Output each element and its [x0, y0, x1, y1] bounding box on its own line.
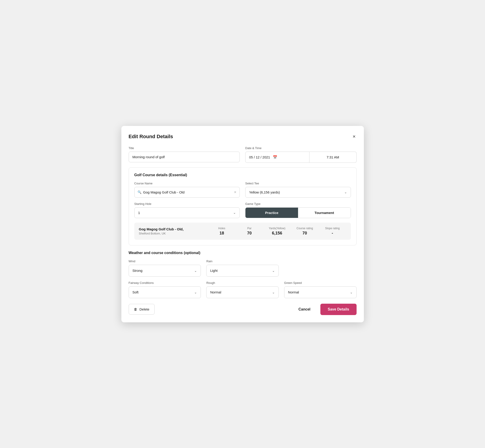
modal-header: Edit Round Details × [129, 133, 356, 140]
practice-button[interactable]: Practice [245, 208, 298, 218]
fairway-label: Fairway Conditions [129, 281, 201, 285]
slope-rating-stat: Slope rating - [319, 227, 346, 236]
course-rating-stat: Course rating 70 [291, 227, 319, 236]
slope-rating-label: Slope rating [325, 227, 340, 230]
yards-value: 6,156 [272, 231, 282, 236]
game-type-label: Game Type [245, 202, 351, 206]
rough-dropdown[interactable]: Normal ⌄ [206, 286, 279, 298]
weather-section: Weather and course conditions (optional)… [129, 251, 356, 298]
slope-rating-value: - [332, 231, 333, 236]
holes-label: Holes [218, 227, 226, 230]
wind-chevron-icon: ⌄ [194, 269, 197, 272]
time-value: 7:31 AM [326, 155, 339, 159]
rain-chevron-icon: ⌄ [272, 269, 275, 272]
hole-gametype-row: Starting Hole 1 ⌄ Game Type Practice Tou… [134, 202, 351, 218]
starting-hole-label: Starting Hole [134, 202, 240, 206]
wind-dropdown[interactable]: Strong ⌄ [129, 265, 201, 277]
wind-value: Strong [132, 269, 143, 272]
course-search-wrapper: 🔍 ✕ [134, 187, 240, 198]
starting-hole-dropdown[interactable]: 1 ⌄ [134, 207, 240, 218]
green-speed-dropdown[interactable]: Normal ⌄ [284, 286, 356, 298]
course-info-location: Shelford Bottom, UK [139, 232, 208, 235]
par-stat: Par 70 [236, 227, 263, 236]
date-time-wrapper: 05 / 12 / 2021 📅 7:31 AM [245, 152, 356, 163]
course-info-box: Gog Magog Golf Club - Old, Shelford Bott… [134, 223, 351, 240]
select-tee-dropdown[interactable]: Yellow (6,156 yards) ⌄ [245, 187, 351, 198]
course-rating-label: Course rating [297, 227, 313, 230]
search-icon: 🔍 [137, 190, 141, 194]
title-label: Title [129, 146, 240, 150]
fairway-dropdown[interactable]: Soft ⌄ [129, 286, 201, 298]
par-label: Par [247, 227, 252, 230]
trash-icon: 🗑 [134, 307, 137, 311]
holes-stat: Holes 18 [208, 227, 235, 236]
chevron-down-icon-2: ⌄ [233, 211, 236, 215]
tournament-button[interactable]: Tournament [298, 208, 351, 218]
select-tee-group: Select Tee Yellow (6,156 yards) ⌄ [245, 182, 351, 198]
golf-course-section: Golf Course details (Essential) Course N… [129, 167, 356, 245]
course-name-group: Course Name 🔍 ✕ [134, 182, 240, 198]
delete-label: Delete [140, 307, 149, 311]
starting-hole-value: 1 [138, 211, 140, 215]
select-tee-label: Select Tee [245, 182, 351, 185]
yards-label: Yards(Yellow) [269, 227, 285, 230]
green-speed-value: Normal [288, 290, 299, 294]
yards-stat: Yards(Yellow) 6,156 [263, 227, 291, 236]
rain-group: Rain Light ⌄ [206, 259, 279, 277]
footer: 🗑 Delete Cancel Save Details [129, 304, 356, 315]
course-info-name-group: Gog Magog Golf Club - Old, Shelford Bott… [139, 227, 208, 235]
course-name-input[interactable] [134, 187, 240, 198]
datetime-label: Date & Time [245, 146, 356, 150]
golf-course-title: Golf Course details (Essential) [134, 173, 351, 177]
fairway-chevron-icon: ⌄ [194, 290, 197, 294]
course-tee-row: Course Name 🔍 ✕ Select Tee Yellow (6,156… [134, 182, 351, 198]
weather-section-title: Weather and course conditions (optional) [129, 251, 356, 255]
fairway-value: Soft [132, 290, 139, 294]
rough-value: Normal [210, 290, 221, 294]
rain-value: Light [210, 269, 218, 272]
course-rating-value: 70 [302, 231, 307, 236]
clear-icon[interactable]: ✕ [234, 190, 237, 194]
calendar-icon: 📅 [273, 155, 277, 159]
conditions-row: Fairway Conditions Soft ⌄ Rough Normal ⌄… [129, 281, 356, 298]
datetime-group: Date & Time 05 / 12 / 2021 📅 7:31 AM [245, 146, 356, 163]
chevron-down-icon: ⌄ [344, 190, 347, 194]
green-speed-chevron-icon: ⌄ [350, 290, 353, 294]
time-field[interactable]: 7:31 AM [309, 152, 356, 163]
cancel-button[interactable]: Cancel [295, 305, 314, 314]
select-tee-value: Yellow (6,156 yards) [249, 190, 280, 194]
spacer [284, 259, 356, 277]
holes-value: 18 [219, 231, 224, 236]
rough-group: Rough Normal ⌄ [206, 281, 279, 298]
course-info-name: Gog Magog Golf Club - Old, [139, 227, 208, 231]
green-speed-group: Green Speed Normal ⌄ [284, 281, 356, 298]
game-type-group: Game Type Practice Tournament [245, 202, 351, 218]
date-value: 05 / 12 / 2021 [249, 155, 270, 159]
rain-dropdown[interactable]: Light ⌄ [206, 265, 279, 277]
wind-group: Wind Strong ⌄ [129, 259, 201, 277]
starting-hole-group: Starting Hole 1 ⌄ [134, 202, 240, 218]
footer-right: Cancel Save Details [295, 304, 356, 315]
delete-button[interactable]: 🗑 Delete [129, 304, 155, 315]
game-type-toggle: Practice Tournament [245, 207, 351, 218]
rain-label: Rain [206, 259, 279, 263]
wind-label: Wind [129, 259, 201, 263]
title-input[interactable] [129, 152, 240, 162]
title-group: Title [129, 146, 240, 163]
title-datetime-row: Title Date & Time 05 / 12 / 2021 📅 7:31 … [129, 146, 356, 163]
close-button[interactable]: × [352, 133, 356, 140]
rough-chevron-icon: ⌄ [272, 290, 275, 294]
wind-rain-row: Wind Strong ⌄ Rain Light ⌄ [129, 259, 356, 277]
save-button[interactable]: Save Details [320, 304, 356, 315]
edit-round-modal: Edit Round Details × Title Date & Time 0… [121, 126, 364, 322]
par-value: 70 [247, 231, 252, 236]
modal-title: Edit Round Details [129, 134, 173, 140]
course-name-label: Course Name [134, 182, 240, 185]
rough-label: Rough [206, 281, 279, 285]
date-field[interactable]: 05 / 12 / 2021 📅 [245, 152, 309, 163]
green-speed-label: Green Speed [284, 281, 356, 285]
fairway-group: Fairway Conditions Soft ⌄ [129, 281, 201, 298]
